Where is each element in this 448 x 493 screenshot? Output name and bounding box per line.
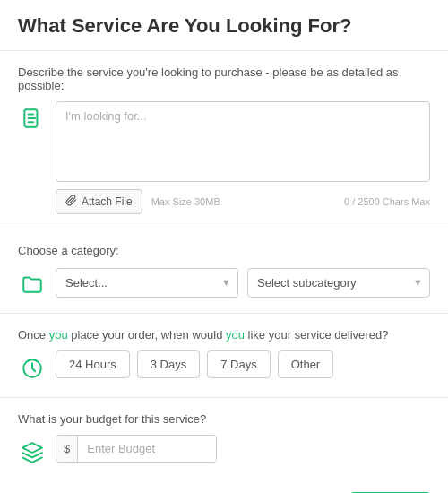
- svg-marker-5: [22, 443, 42, 453]
- description-section: Describe the service you're looking to p…: [0, 51, 448, 229]
- you-highlight-1: you: [49, 328, 68, 342]
- budget-row: $: [18, 435, 430, 467]
- chars-count: 0 / 2500 Chars Max: [344, 196, 430, 207]
- subcategory-select-wrap: Select subcategory ▼: [247, 268, 430, 298]
- delivery-24hours[interactable]: 24 Hours: [56, 350, 130, 378]
- category-select[interactable]: Select...: [56, 268, 238, 298]
- folder-icon: [18, 270, 47, 298]
- paperclip-icon: [65, 195, 77, 209]
- delivery-other[interactable]: Other: [278, 350, 334, 378]
- post-row: Post: [0, 481, 448, 493]
- clock-icon: [18, 354, 47, 383]
- page-title: What Service Are You Looking For?: [0, 0, 448, 51]
- description-label: Describe the service you're looking to p…: [18, 65, 430, 92]
- subcategory-select[interactable]: Select subcategory: [247, 268, 430, 298]
- category-section: Choose a category: Select... ▼ Select su…: [0, 229, 448, 314]
- delivery-label: Once you place your order, when would yo…: [18, 328, 430, 342]
- textarea-footer: Attach File Max Size 30MB 0 / 2500 Chars…: [56, 189, 430, 214]
- category-row: Select... ▼ Select subcategory ▼: [18, 266, 430, 298]
- category-select-wrap: Select... ▼: [56, 268, 238, 298]
- currency-symbol: $: [56, 436, 78, 462]
- delivery-section: Once you place your order, when would yo…: [0, 314, 448, 398]
- delivery-options: 24 Hours 3 Days 7 Days Other: [56, 350, 333, 378]
- max-size-label: Max Size 30MB: [151, 196, 220, 207]
- attach-file-button[interactable]: Attach File: [56, 189, 142, 214]
- budget-input-wrap: $: [56, 435, 217, 463]
- you-highlight-2: you: [226, 328, 245, 342]
- budget-label: What is your budget for this service?: [18, 412, 430, 426]
- description-textarea[interactable]: [56, 101, 430, 182]
- category-label: Choose a category:: [18, 244, 430, 257]
- budget-input[interactable]: [78, 436, 216, 462]
- layers-icon: [18, 438, 47, 467]
- delivery-7days[interactable]: 7 Days: [207, 350, 270, 378]
- description-textarea-wrap: Attach File Max Size 30MB 0 / 2500 Chars…: [56, 101, 430, 214]
- attach-file-label: Attach File: [82, 195, 133, 208]
- delivery-3days[interactable]: 3 Days: [137, 350, 200, 378]
- file-text-icon: [18, 105, 47, 134]
- delivery-row: 24 Hours 3 Days 7 Days Other: [18, 350, 430, 383]
- description-row: Attach File Max Size 30MB 0 / 2500 Chars…: [18, 101, 430, 214]
- page-container: What Service Are You Looking For? Descri…: [0, 0, 448, 493]
- budget-section: What is your budget for this service? $: [0, 398, 448, 481]
